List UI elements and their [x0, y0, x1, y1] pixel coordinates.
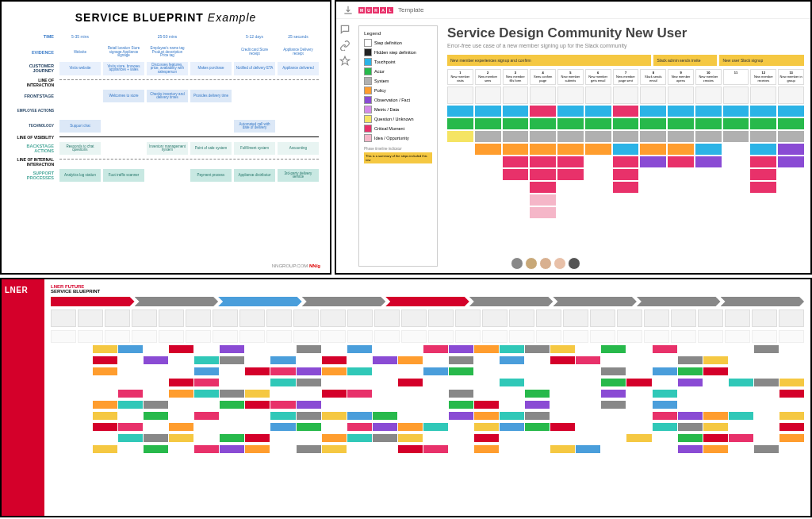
sticky-note[interactable] [585, 131, 611, 142]
sticky-note[interactable] [640, 106, 666, 117]
sticky-note[interactable] [557, 131, 584, 142]
sticky-note[interactable] [640, 144, 666, 155]
sticky-note[interactable] [695, 144, 722, 155]
sticky-note[interactable] [530, 207, 556, 218]
sticky-note[interactable] [750, 118, 776, 129]
sticky-note[interactable] [613, 182, 639, 193]
lner-thumb [428, 309, 454, 327]
avatar[interactable] [553, 257, 566, 270]
sticky-note[interactable] [750, 169, 776, 180]
sticky-note[interactable] [750, 156, 776, 167]
lner-swim-cell [93, 345, 117, 353]
sticky-note[interactable] [695, 131, 722, 142]
lner-swim-cell [500, 390, 524, 398]
lner-thumb [617, 309, 642, 327]
sticky-note[interactable] [475, 106, 501, 117]
sticky-note[interactable] [668, 131, 694, 142]
sticky-note[interactable] [750, 106, 776, 117]
lner-phase [553, 297, 637, 306]
sticky-note[interactable] [447, 106, 473, 117]
sticky-note[interactable] [778, 118, 804, 129]
sticky-note[interactable] [557, 144, 584, 155]
sticky-note[interactable] [613, 156, 639, 167]
sticky-note[interactable] [640, 131, 666, 142]
export-icon[interactable] [343, 5, 354, 16]
sticky-note[interactable] [585, 106, 611, 117]
lner-swim-cell [373, 356, 397, 364]
sticky-note[interactable] [613, 144, 639, 155]
sticky-note [447, 169, 473, 180]
sticky-note[interactable] [530, 182, 556, 193]
lner-swim-cell [194, 401, 219, 409]
legend-swatch [364, 134, 372, 142]
sticky-note[interactable] [723, 118, 749, 129]
sticky-note[interactable] [503, 144, 529, 155]
sticky-note[interactable] [750, 182, 776, 193]
sticky-note[interactable] [750, 144, 776, 155]
lner-swim-cell [550, 445, 575, 453]
sticky-note[interactable] [503, 169, 529, 180]
sticky-note[interactable] [447, 118, 473, 129]
sticky-note[interactable] [778, 156, 804, 167]
sticky-note[interactable] [778, 131, 804, 142]
sticky-note[interactable] [503, 131, 529, 142]
sticky-note[interactable] [585, 118, 611, 129]
sticky-note[interactable] [695, 118, 722, 129]
sticky-note[interactable] [557, 118, 584, 129]
legend-label: Step definition [374, 40, 402, 45]
sticky-note[interactable] [613, 106, 639, 117]
sticky-note[interactable] [640, 118, 666, 129]
sticky-note[interactable] [530, 144, 556, 155]
sticky-note[interactable] [695, 156, 722, 167]
sticky-note[interactable] [557, 106, 584, 117]
screenshot-cell [503, 86, 529, 104]
sticky-note[interactable] [503, 106, 529, 117]
sticky-note[interactable] [723, 131, 749, 142]
avatar[interactable] [525, 257, 538, 270]
sticky-note[interactable] [613, 131, 639, 142]
sticky-note[interactable] [613, 118, 639, 129]
sticky-note[interactable] [750, 131, 776, 142]
sticky-note[interactable] [475, 144, 501, 155]
lner-swim-cell [729, 445, 753, 453]
sticky-note[interactable] [778, 144, 804, 155]
sticky-note[interactable] [585, 144, 611, 155]
sticky-note[interactable] [668, 106, 694, 117]
sticky-note[interactable] [668, 118, 694, 129]
sticky-note[interactable] [778, 106, 804, 117]
col-header: 7New member page sent [613, 69, 639, 85]
sticky-note[interactable] [557, 169, 584, 180]
mural-canvas[interactable]: Service Design Community New User Error-… [447, 25, 804, 267]
sticky-note[interactable] [503, 156, 529, 167]
sticky-note[interactable] [557, 156, 584, 167]
avatar[interactable] [568, 257, 580, 270]
sticky-note[interactable] [530, 118, 556, 129]
sticky-note[interactable] [530, 131, 556, 142]
sticky-note[interactable] [475, 118, 501, 129]
avatar[interactable] [539, 257, 552, 270]
sticky-note[interactable] [447, 131, 473, 142]
sticky-note[interactable] [530, 194, 556, 206]
lner-swim-cell [550, 423, 575, 431]
avatar[interactable] [511, 257, 523, 270]
lner-swim-cell [144, 434, 168, 442]
lner-swim-cell [474, 445, 499, 453]
sticky-note [640, 182, 666, 193]
sticky-note[interactable] [530, 106, 556, 117]
sticky-note[interactable] [613, 169, 639, 180]
sticky-note[interactable] [695, 106, 722, 117]
sticky-note[interactable] [530, 169, 556, 180]
sticky-note[interactable] [668, 144, 694, 155]
lner-swim-cell [729, 379, 753, 386]
sticky-note[interactable] [723, 106, 749, 117]
sticky-note[interactable] [530, 156, 556, 167]
lner-swim-cell [653, 390, 677, 398]
legend-label: Metric / Data [374, 107, 399, 112]
lner-swim-cell [398, 401, 423, 409]
sticky-note[interactable] [503, 118, 529, 129]
sticky-note[interactable] [475, 131, 501, 142]
lner-text-cell [725, 330, 750, 343]
sticky-note[interactable] [640, 156, 666, 167]
lner-swim-cell [118, 356, 143, 364]
sticky-note[interactable] [668, 156, 694, 167]
